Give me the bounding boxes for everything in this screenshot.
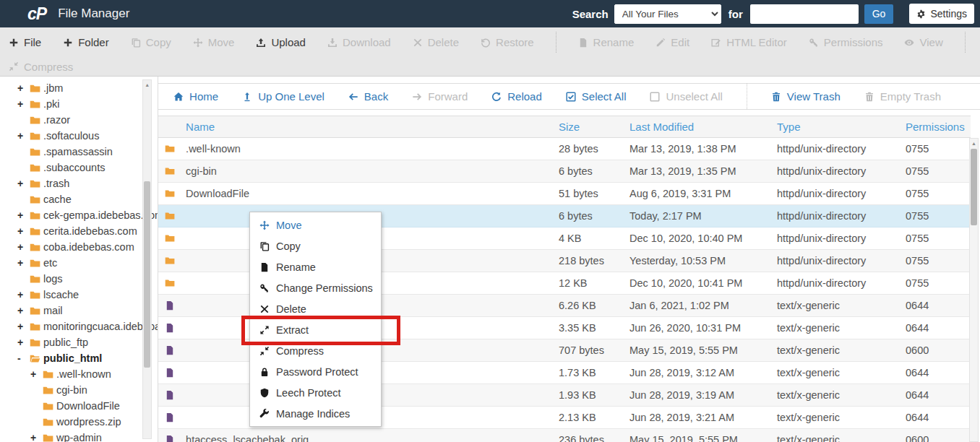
expand-toggle[interactable]: + (17, 337, 30, 348)
toolbar-delete-label: Delete (428, 36, 459, 48)
folder-icon (43, 433, 53, 442)
sidebar-scrollbar[interactable]: ▲ (142, 79, 152, 439)
context-menu-item-leech-protect[interactable]: Leech Protect (250, 382, 381, 403)
search-scope-select[interactable]: All Your Files (614, 4, 721, 24)
search-input[interactable] (750, 4, 859, 24)
column-header-name[interactable]: Name (186, 121, 559, 133)
file-permissions: 0644 (906, 367, 971, 378)
file-type: text/x-generic (777, 412, 906, 423)
expand-toggle[interactable]: + (17, 178, 30, 189)
context-menu-item-password-protect[interactable]: Password Protect (250, 361, 381, 382)
scroll-up-arrow-icon[interactable]: ▲ (143, 80, 151, 90)
settings-button[interactable]: Settings (909, 4, 974, 24)
tree-item-etc[interactable]: +etc (0, 255, 158, 271)
toolbar: FileFolderCopyMoveUploadDownloadDeleteRe… (0, 27, 980, 77)
tree-item-logs[interactable]: logs (0, 271, 158, 287)
file-size: 3.35 KB (559, 322, 629, 334)
expand-toggle[interactable]: + (17, 305, 30, 316)
tree-item-cek-gempa-idebebas-com[interactable]: +cek-gempa.idebebas.com (0, 207, 158, 223)
nav-up-one-level-button[interactable]: Up One Level (242, 90, 324, 103)
folder-icon (30, 242, 40, 253)
context-menu-item-move[interactable]: Move (250, 214, 381, 235)
folder-icon (165, 278, 175, 288)
file-type: text/x-generic (777, 344, 906, 356)
collapse-toggle[interactable]: - (17, 352, 30, 364)
tree-item-subaccounts[interactable]: .subaccounts (0, 160, 158, 176)
column-header-last-modified[interactable]: Last Modified (629, 121, 777, 133)
tree-item-downloadfile[interactable]: DownloadFile (0, 398, 158, 414)
tree-item-well-known[interactable]: +.well-known (0, 366, 158, 382)
tree-item-cgi-bin[interactable]: cgi-bin (0, 382, 158, 398)
tree-item-wp-admin[interactable]: +wp-admin (0, 430, 158, 442)
context-menu-item-extract[interactable]: Extract (250, 319, 381, 340)
file-modified: Jun 28, 2019, 3:21 AM (629, 412, 777, 423)
tree-item-label: .jbm (43, 82, 63, 94)
nav-back-button[interactable]: Back (348, 90, 388, 103)
tree-item-lscache[interactable]: +lscache (0, 287, 158, 303)
file-type: text/x-generic (777, 322, 906, 334)
file-modified: Jun 28, 2019, 3:19 AM (629, 389, 777, 401)
nav-home-button[interactable]: Home (173, 90, 218, 103)
nav-select-all-button[interactable]: Select All (566, 90, 627, 103)
table-row-well-known[interactable]: .well-known28 bytesMar 13, 2019, 1:38 PM… (158, 138, 971, 160)
expand-toggle[interactable]: + (17, 257, 30, 269)
context-menu-item-rename[interactable]: Rename (250, 256, 381, 277)
file-size: 6 bytes (559, 210, 629, 222)
context-menu-item-change-permissions[interactable]: Change Permissions (250, 277, 381, 298)
context-menu-item-delete[interactable]: Delete (250, 298, 381, 319)
key-icon (259, 283, 270, 293)
tree-item-jbm[interactable]: +.jbm (0, 80, 158, 96)
expand-toggle[interactable]: + (17, 321, 30, 332)
table-scrollbar[interactable]: ▲ (969, 138, 979, 442)
tree-item-pki[interactable]: +.pki (0, 96, 158, 112)
expand-toggle[interactable]: + (17, 130, 30, 142)
expand-toggle[interactable]: + (17, 289, 30, 300)
folder-icon (30, 131, 40, 142)
tree-item-softaculous[interactable]: +.softaculous (0, 128, 158, 144)
tree-item-monitoringcuaca-idebebas-com[interactable]: +monitoringcuaca.idebebas.com (0, 318, 158, 334)
tree-item-cerita-idebebas-com[interactable]: +cerita.idebebas.com (0, 223, 158, 239)
context-menu-item-compress[interactable]: Compress (250, 340, 381, 361)
nav-reload-button[interactable]: Reload (491, 90, 542, 103)
toolbar-upload-button[interactable]: Upload (256, 36, 306, 48)
nav-view-trash-button[interactable]: View Trash (771, 90, 841, 103)
expand-toggle[interactable]: + (17, 98, 30, 110)
toolbar-folder-button[interactable]: Folder (63, 36, 109, 48)
tree-item-cache[interactable]: cache (0, 191, 158, 207)
tree-item-mail[interactable]: +mail (0, 303, 158, 318)
tree-item-spamassassin[interactable]: .spamassassin (0, 144, 158, 160)
table-row-downloadfile[interactable]: DownloadFile51 bytesAug 6, 2019, 3:31 PM… (158, 183, 971, 205)
folder-icon (43, 401, 53, 412)
expand-toggle[interactable]: + (30, 432, 43, 442)
context-menu-rename-label: Rename (276, 261, 316, 273)
column-header-permissions[interactable]: Permissions (906, 121, 971, 133)
expand-toggle[interactable]: + (17, 225, 30, 237)
tree-item-wordpress-zip[interactable]: wordpress.zip (0, 414, 158, 430)
nav-forward-button: Forward (412, 90, 468, 103)
expand-toggle[interactable]: + (30, 368, 43, 380)
expand-toggle[interactable]: + (17, 209, 30, 221)
table-scrollbar-thumb[interactable] (971, 149, 977, 225)
tree-item-public-ftp[interactable]: +public_ftp (0, 334, 158, 350)
context-menu-item-manage-indices[interactable]: Manage Indices (250, 403, 381, 424)
tree-item-coba-idebebas-com[interactable]: +coba.idebebas.com (0, 239, 158, 255)
expand-toggle[interactable]: + (17, 82, 30, 94)
folder-icon (43, 385, 53, 396)
file-type: httpd/unix-directory (777, 277, 906, 289)
table-row-htaccess-lscachebak-orig[interactable]: htaccess_lscachebak_orig236 bytesMay 15,… (158, 429, 971, 442)
sidebar-scrollbar-thumb[interactable] (144, 181, 150, 368)
table-row-cgi-bin[interactable]: cgi-bin6 bytesMar 13, 2019, 1:35 PMhttpd… (158, 160, 971, 183)
column-header-size[interactable]: Size (559, 121, 629, 133)
scroll-up-arrow-icon[interactable]: ▲ (970, 139, 978, 148)
context-menu-item-copy[interactable]: Copy (250, 235, 381, 256)
expand-toggle[interactable]: + (17, 241, 30, 253)
tree-item-trash[interactable]: +.trash (0, 176, 158, 191)
column-header-type[interactable]: Type (777, 121, 906, 133)
file-icon (165, 435, 175, 442)
tree-item-public-html[interactable]: -public_html (0, 350, 158, 366)
toolbar-file-button[interactable]: File (9, 36, 41, 48)
context-menu-compress-label: Compress (276, 345, 324, 357)
tree-item-razor[interactable]: .razor (0, 112, 158, 128)
go-button[interactable]: Go (864, 4, 894, 24)
pencil-icon (656, 38, 666, 48)
